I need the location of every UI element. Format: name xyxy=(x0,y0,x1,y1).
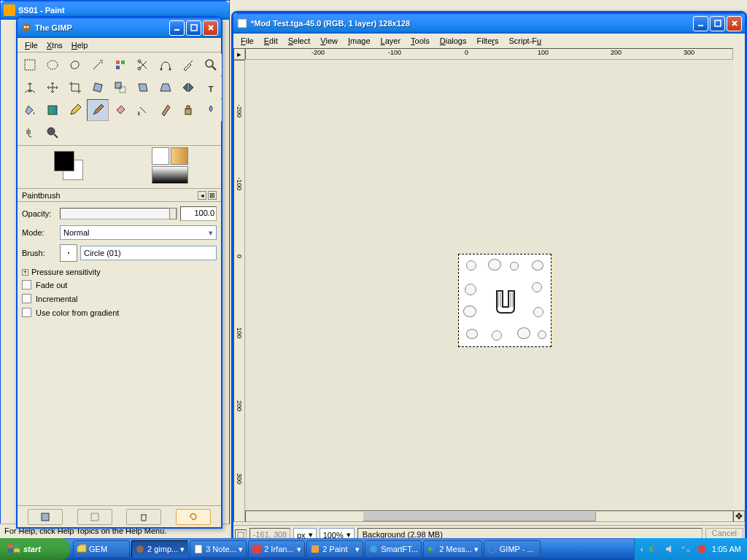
task-label: GEM xyxy=(89,545,107,553)
magnify-tool[interactable] xyxy=(200,54,222,76)
paintbrush-tool[interactable] xyxy=(87,99,109,121)
eraser-tool[interactable] xyxy=(109,99,131,121)
horizontal-ruler[interactable]: -200 -100 0 100 200 300 xyxy=(245,48,733,60)
airbrush-tool[interactable] xyxy=(132,99,154,121)
delete-options-button[interactable] xyxy=(126,509,161,525)
img-menu-filters[interactable]: Filters xyxy=(472,35,503,47)
rect-select-tool[interactable] xyxy=(19,54,41,76)
convolve-tool[interactable] xyxy=(200,99,222,121)
start-button[interactable]: start xyxy=(0,538,70,560)
tray-volume-icon[interactable] xyxy=(664,543,676,555)
task-item-ie[interactable]: GIMP - ... xyxy=(484,540,541,558)
img-menu-edit[interactable]: Edit xyxy=(260,35,282,47)
restore-options-button[interactable] xyxy=(77,509,112,525)
img-menu-image[interactable]: Image xyxy=(344,35,375,47)
crop-tool[interactable] xyxy=(64,77,86,98)
opacity-slider[interactable] xyxy=(60,208,177,219)
move-tool[interactable] xyxy=(42,77,63,98)
gradient-indicator[interactable] xyxy=(152,166,188,184)
horizontal-scrollbar[interactable] xyxy=(245,510,733,522)
blend-tool[interactable] xyxy=(42,99,63,121)
brush-indicator[interactable] xyxy=(152,147,169,165)
task-item-gem[interactable]: GEM xyxy=(73,540,130,558)
vertical-ruler[interactable]: -200 -100 0 100 200 300 xyxy=(233,60,245,522)
close-button[interactable] xyxy=(203,20,218,36)
canvas[interactable] xyxy=(245,60,733,522)
measure-tool[interactable] xyxy=(19,77,41,98)
shear-tool[interactable] xyxy=(132,77,154,98)
svg-rect-31 xyxy=(238,532,244,538)
fade-out-checkbox[interactable]: Fade out xyxy=(22,278,217,292)
task-label: GIMP - ... xyxy=(500,545,534,553)
scale-tool[interactable] xyxy=(109,77,131,98)
tray-hide-icon[interactable]: ‹ xyxy=(640,545,643,553)
menu-help[interactable]: Help xyxy=(67,39,93,51)
tray-network-icon[interactable] xyxy=(680,543,692,555)
opacity-value[interactable]: 100.0 xyxy=(180,206,217,221)
img-menu-select[interactable]: Select xyxy=(284,35,315,47)
pencil-tool[interactable] xyxy=(64,99,86,121)
canvas-image[interactable] xyxy=(458,254,551,347)
img-menu-script[interactable]: Script-Fu xyxy=(504,35,546,47)
reset-options-button[interactable] xyxy=(176,509,211,525)
panel-menu-icon[interactable]: ◂ xyxy=(198,191,206,200)
text-tool[interactable]: T xyxy=(200,77,222,98)
img-maximize-button[interactable] xyxy=(710,16,725,31)
img-menu-file[interactable]: File xyxy=(236,35,258,47)
gimp-toolbox-titlebar[interactable]: The GIMP xyxy=(18,18,221,38)
wand-tool[interactable] xyxy=(87,54,109,76)
navigation-button[interactable]: ✥ xyxy=(733,510,745,522)
system-tray[interactable]: ‹ 1:05 AM xyxy=(634,538,747,560)
tray-shield-icon[interactable] xyxy=(696,543,708,555)
dodge-burn-tool[interactable] xyxy=(42,122,63,144)
use-color-checkbox[interactable]: Use color from gradient xyxy=(22,306,217,319)
lasso-tool[interactable] xyxy=(64,54,86,76)
panel-close-icon[interactable]: ⊠ xyxy=(208,191,217,200)
pattern-indicator[interactable] xyxy=(171,147,188,165)
bucket-fill-tool[interactable] xyxy=(19,99,41,121)
pressure-label: Pressure sensitivity xyxy=(31,268,101,276)
perspective-tool[interactable] xyxy=(155,77,177,98)
task-item-gimp[interactable]: 2 gimp...▾ xyxy=(131,540,188,558)
ellipse-select-tool[interactable] xyxy=(42,54,63,76)
image-titlebar[interactable]: *Mod Test.tga-45.0 (RGB, 1 layer) 128x12… xyxy=(233,13,745,34)
ink-tool[interactable] xyxy=(155,99,177,121)
img-minimize-button[interactable] xyxy=(693,16,708,31)
mode-combo[interactable]: Normal ▾ xyxy=(60,225,217,240)
ruler-tick: 0 xyxy=(236,254,243,258)
img-menu-view[interactable]: View xyxy=(316,35,342,47)
clock[interactable]: 1:05 AM xyxy=(712,545,741,553)
smudge-tool[interactable] xyxy=(19,122,41,144)
flip-tool[interactable] xyxy=(177,77,199,98)
quick-mask-toggle[interactable]: ▸ xyxy=(233,48,245,60)
pressure-expander[interactable]: +Pressure sensitivity xyxy=(22,266,217,278)
svg-rect-41 xyxy=(681,546,685,549)
minimize-button[interactable] xyxy=(169,20,185,36)
img-menu-layer[interactable]: Layer xyxy=(376,35,406,47)
tray-msn-icon[interactable] xyxy=(648,543,659,555)
img-menu-tools[interactable]: Tools xyxy=(406,35,434,47)
scissors-tool[interactable] xyxy=(132,54,154,76)
clone-tool[interactable] xyxy=(177,99,199,121)
task-item-paint[interactable]: 2 Paint▾ xyxy=(306,540,363,558)
task-item-notepad[interactable]: 3 Note...▾ xyxy=(190,540,247,558)
path-tool[interactable] xyxy=(155,54,177,76)
maximize-button[interactable] xyxy=(186,20,201,36)
task-item-messenger[interactable]: 2 Mess...▾ xyxy=(423,540,482,558)
foreground-color[interactable] xyxy=(54,151,74,171)
color-picker-tool[interactable] xyxy=(177,54,199,76)
menu-xtns[interactable]: Xtns xyxy=(42,39,67,51)
fg-bg-colors[interactable] xyxy=(54,151,83,180)
brush-combo[interactable]: Circle (01) xyxy=(80,246,217,260)
svg-rect-9 xyxy=(116,66,120,69)
save-options-button[interactable] xyxy=(28,509,63,525)
brush-preview[interactable] xyxy=(60,244,77,262)
task-item-irfan[interactable]: 2 Irfan...▾ xyxy=(248,540,305,558)
color-select-tool[interactable] xyxy=(109,54,131,76)
incremental-checkbox[interactable]: Incremental xyxy=(22,292,217,306)
menu-file[interactable]: File xyxy=(20,39,42,51)
task-item-smartftp[interactable]: SmartFT... xyxy=(365,540,422,558)
img-menu-dialogs[interactable]: Dialogs xyxy=(436,35,471,47)
img-close-button[interactable] xyxy=(727,16,742,31)
rotate-tool[interactable] xyxy=(87,77,109,98)
